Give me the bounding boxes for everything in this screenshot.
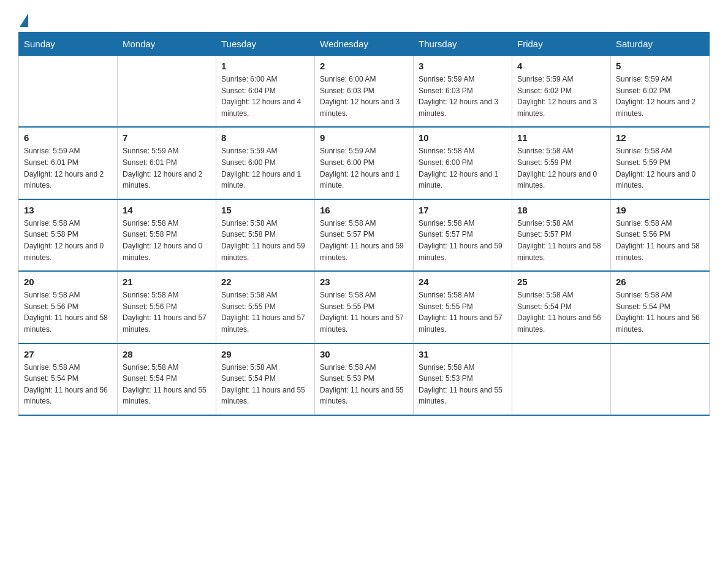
logo	[18, 12, 28, 26]
calendar-cell: 12Sunrise: 5:58 AMSunset: 5:59 PMDayligh…	[611, 127, 710, 199]
calendar-cell: 25Sunrise: 5:58 AMSunset: 5:54 PMDayligh…	[512, 271, 611, 343]
day-info: Sunrise: 5:58 AMSunset: 5:55 PMDaylight:…	[320, 289, 408, 335]
calendar-cell: 11Sunrise: 5:58 AMSunset: 5:59 PMDayligh…	[512, 127, 611, 199]
header-cell-thursday: Thursday	[414, 33, 512, 56]
day-info: Sunrise: 5:58 AMSunset: 5:54 PMDaylight:…	[517, 289, 605, 335]
calendar-cell: 23Sunrise: 5:58 AMSunset: 5:55 PMDayligh…	[315, 271, 414, 343]
day-number: 28	[123, 349, 211, 359]
day-number: 12	[616, 132, 704, 143]
day-number: 29	[221, 349, 309, 359]
calendar-cell: 31Sunrise: 5:58 AMSunset: 5:53 PMDayligh…	[414, 343, 512, 415]
calendar-week-row: 6Sunrise: 5:59 AMSunset: 6:01 PMDaylight…	[19, 127, 710, 199]
day-info: Sunrise: 5:59 AMSunset: 6:02 PMDaylight:…	[517, 74, 605, 119]
calendar-cell: 22Sunrise: 5:58 AMSunset: 5:55 PMDayligh…	[216, 271, 315, 343]
day-number: 27	[24, 349, 112, 359]
day-number: 16	[320, 205, 408, 215]
calendar-week-row: 27Sunrise: 5:58 AMSunset: 5:54 PMDayligh…	[19, 343, 710, 415]
calendar-cell: 4Sunrise: 5:59 AMSunset: 6:02 PMDaylight…	[512, 56, 611, 128]
day-info: Sunrise: 5:58 AMSunset: 5:55 PMDaylight:…	[221, 289, 309, 335]
calendar-cell: 13Sunrise: 5:58 AMSunset: 5:58 PMDayligh…	[19, 199, 118, 271]
day-info: Sunrise: 6:00 AMSunset: 6:04 PMDaylight:…	[221, 74, 309, 119]
day-number: 9	[320, 132, 408, 143]
day-number: 8	[221, 132, 309, 143]
day-number: 15	[221, 205, 309, 215]
calendar-cell: 3Sunrise: 5:59 AMSunset: 6:03 PMDaylight…	[414, 56, 512, 128]
calendar-cell: 16Sunrise: 5:58 AMSunset: 5:57 PMDayligh…	[315, 199, 414, 271]
day-info: Sunrise: 5:59 AMSunset: 6:01 PMDaylight:…	[24, 145, 112, 191]
calendar-cell	[512, 343, 611, 415]
calendar-cell: 26Sunrise: 5:58 AMSunset: 5:54 PMDayligh…	[611, 271, 710, 343]
header-row: SundayMondayTuesdayWednesdayThursdayFrid…	[19, 33, 710, 56]
day-info: Sunrise: 5:58 AMSunset: 5:53 PMDaylight:…	[419, 362, 507, 407]
day-number: 26	[616, 277, 704, 287]
day-info: Sunrise: 5:58 AMSunset: 5:58 PMDaylight:…	[123, 218, 211, 263]
calendar-cell: 5Sunrise: 5:59 AMSunset: 6:02 PMDaylight…	[611, 56, 710, 128]
calendar-cell: 8Sunrise: 5:59 AMSunset: 6:00 PMDaylight…	[216, 127, 315, 199]
calendar-cell: 17Sunrise: 5:58 AMSunset: 5:57 PMDayligh…	[414, 199, 512, 271]
day-number: 7	[123, 132, 211, 143]
calendar-cell: 20Sunrise: 5:58 AMSunset: 5:56 PMDayligh…	[19, 271, 118, 343]
calendar-cell: 15Sunrise: 5:58 AMSunset: 5:58 PMDayligh…	[216, 199, 315, 271]
day-info: Sunrise: 5:58 AMSunset: 5:57 PMDaylight:…	[320, 218, 408, 263]
calendar-week-row: 13Sunrise: 5:58 AMSunset: 5:58 PMDayligh…	[19, 199, 710, 271]
day-number: 10	[419, 132, 507, 143]
header-cell-sunday: Sunday	[19, 33, 118, 56]
calendar-cell: 9Sunrise: 5:59 AMSunset: 6:00 PMDaylight…	[315, 127, 414, 199]
day-number: 24	[419, 277, 507, 287]
day-number: 3	[419, 61, 507, 71]
day-info: Sunrise: 5:58 AMSunset: 5:56 PMDaylight:…	[123, 289, 211, 335]
day-number: 19	[616, 205, 704, 215]
day-number: 13	[24, 205, 112, 215]
day-info: Sunrise: 5:58 AMSunset: 5:53 PMDaylight:…	[320, 362, 408, 407]
day-info: Sunrise: 5:59 AMSunset: 6:02 PMDaylight:…	[616, 74, 704, 119]
logo-triangle-icon	[20, 13, 28, 27]
calendar-cell: 18Sunrise: 5:58 AMSunset: 5:57 PMDayligh…	[512, 199, 611, 271]
calendar-cell	[19, 56, 118, 128]
calendar-cell: 24Sunrise: 5:58 AMSunset: 5:55 PMDayligh…	[414, 271, 512, 343]
day-info: Sunrise: 5:59 AMSunset: 6:00 PMDaylight:…	[221, 145, 309, 191]
calendar-cell: 2Sunrise: 6:00 AMSunset: 6:03 PMDaylight…	[315, 56, 414, 128]
day-number: 18	[517, 205, 605, 215]
day-number: 22	[221, 277, 309, 287]
day-number: 5	[616, 61, 704, 71]
day-info: Sunrise: 5:58 AMSunset: 5:54 PMDaylight:…	[616, 289, 704, 335]
day-info: Sunrise: 5:58 AMSunset: 6:00 PMDaylight:…	[419, 145, 507, 191]
calendar-cell: 10Sunrise: 5:58 AMSunset: 6:00 PMDayligh…	[414, 127, 512, 199]
day-info: Sunrise: 5:59 AMSunset: 6:03 PMDaylight:…	[419, 74, 507, 119]
day-info: Sunrise: 5:58 AMSunset: 5:54 PMDaylight:…	[24, 362, 112, 407]
day-number: 23	[320, 277, 408, 287]
day-info: Sunrise: 5:58 AMSunset: 5:58 PMDaylight:…	[221, 218, 309, 263]
calendar-header: SundayMondayTuesdayWednesdayThursdayFrid…	[19, 33, 710, 56]
day-number: 14	[123, 205, 211, 215]
day-number: 1	[221, 61, 309, 71]
day-info: Sunrise: 5:58 AMSunset: 5:54 PMDaylight:…	[221, 362, 309, 407]
calendar-cell: 30Sunrise: 5:58 AMSunset: 5:53 PMDayligh…	[315, 343, 414, 415]
day-number: 20	[24, 277, 112, 287]
day-number: 25	[517, 277, 605, 287]
day-info: Sunrise: 5:58 AMSunset: 5:56 PMDaylight:…	[616, 218, 704, 263]
day-info: Sunrise: 5:58 AMSunset: 5:57 PMDaylight:…	[419, 218, 507, 263]
calendar-cell: 1Sunrise: 6:00 AMSunset: 6:04 PMDaylight…	[216, 56, 315, 128]
calendar-cell	[611, 343, 710, 415]
day-number: 4	[517, 61, 605, 71]
day-info: Sunrise: 5:58 AMSunset: 5:57 PMDaylight:…	[517, 218, 605, 263]
day-info: Sunrise: 5:58 AMSunset: 5:58 PMDaylight:…	[24, 218, 112, 263]
day-info: Sunrise: 5:58 AMSunset: 5:56 PMDaylight:…	[24, 289, 112, 335]
page-header	[18, 12, 710, 26]
day-number: 21	[123, 277, 211, 287]
calendar-week-row: 1Sunrise: 6:00 AMSunset: 6:04 PMDaylight…	[19, 56, 710, 128]
calendar-cell: 7Sunrise: 5:59 AMSunset: 6:01 PMDaylight…	[118, 127, 216, 199]
calendar-cell: 28Sunrise: 5:58 AMSunset: 5:54 PMDayligh…	[118, 343, 216, 415]
calendar-body: 1Sunrise: 6:00 AMSunset: 6:04 PMDaylight…	[19, 56, 710, 415]
day-info: Sunrise: 5:58 AMSunset: 5:59 PMDaylight:…	[616, 145, 704, 191]
day-info: Sunrise: 5:58 AMSunset: 5:59 PMDaylight:…	[517, 145, 605, 191]
calendar-cell	[118, 56, 216, 128]
day-number: 30	[320, 349, 408, 359]
day-info: Sunrise: 5:58 AMSunset: 5:55 PMDaylight:…	[419, 289, 507, 335]
day-number: 17	[419, 205, 507, 215]
day-number: 2	[320, 61, 408, 71]
header-cell-wednesday: Wednesday	[315, 33, 414, 56]
day-info: Sunrise: 6:00 AMSunset: 6:03 PMDaylight:…	[320, 74, 408, 119]
day-number: 31	[419, 349, 507, 359]
day-info: Sunrise: 5:58 AMSunset: 5:54 PMDaylight:…	[123, 362, 211, 407]
